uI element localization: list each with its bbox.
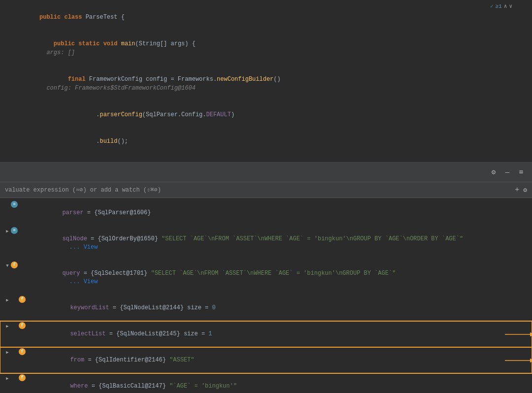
badge-icon: ✓ <box>490 3 494 9</box>
grid-icon[interactable]: ⊞ <box>516 167 526 177</box>
arrow-selectlist <box>505 329 532 339</box>
icon-where: f <box>19 374 26 381</box>
code-line-4: .parserConfig(SqlParser.Config.DEFAULT) <box>0 101 532 128</box>
toggle-sqlnode[interactable]: ▶ <box>4 227 11 236</box>
debug-panel: valuate expression (≈⊘) or add a watch (… <box>0 182 532 393</box>
code-content: public class ParseTest { public static v… <box>0 0 532 163</box>
toggle-query[interactable]: ▼ <box>4 261 11 270</box>
toggle-where[interactable]: ▶ <box>4 374 11 383</box>
code-line-3: final FrameworkConfig config = Framework… <box>0 66 532 101</box>
top-badge-area: ✓ ≥1 ∧ ∨ <box>490 3 512 9</box>
icon-selectlist: f <box>19 322 26 329</box>
icon-keywordlist: f <box>19 296 26 303</box>
tree-item-query[interactable]: ▼ f query = {SqlSelect@1701} "SELECT `AG… <box>0 261 532 295</box>
minus-icon[interactable]: — <box>502 167 512 177</box>
add-watch-icon[interactable]: + <box>515 186 519 194</box>
icon-parser: ≡ <box>11 201 18 208</box>
debug-toolbar: valuate expression (≈⊘) or add a watch (… <box>0 182 532 198</box>
toggle-from[interactable]: ▶ <box>4 348 11 357</box>
code-line-1: public class ParseTest { <box>0 4 532 31</box>
app-container: ✓ ≥1 ∧ ∨ public class ParseTest { public… <box>0 0 532 393</box>
settings-watch-icon[interactable]: ⚙ <box>523 186 527 194</box>
editor-toolbar: ⚙ — ⊞ <box>0 163 532 182</box>
toggle-selectlist[interactable]: ▶ <box>4 322 11 331</box>
arrow-from <box>505 356 532 365</box>
debug-panel-label: valuate expression (≈⊘) or add a watch (… <box>5 186 161 194</box>
chevron-down-icon[interactable]: ∨ <box>509 3 512 9</box>
toggle-parser[interactable] <box>4 200 11 210</box>
settings-icon[interactable]: ⚙ <box>489 167 499 177</box>
tree-item-parser[interactable]: ≡ parser = {SqlParser@1606} <box>0 200 532 226</box>
tree-item-sqlnode[interactable]: ▶ ≡ sqlNode = {SqlOrderBy@1650} "SELECT … <box>0 226 532 261</box>
debug-tree: ≡ parser = {SqlParser@1606} ▶ ≡ sqlNode … <box>0 198 532 393</box>
sqlnode-view-link[interactable]: ... View <box>69 244 98 251</box>
icon-from: f <box>19 348 26 355</box>
tree-item-keywordlist[interactable]: ▶ f keywordList = {SqlNodeList@2144} siz… <box>0 295 532 321</box>
toggle-keywordlist[interactable]: ▶ <box>4 295 11 305</box>
code-line-2: public static void main(String[] args) {… <box>0 31 532 66</box>
debug-toolbar-actions: + ⚙ <box>515 186 527 194</box>
badge-number: ≥1 <box>496 3 502 9</box>
tree-item-from[interactable]: ▶ f from = {SqlIdentifier@2146} "ASSET" <box>0 347 532 373</box>
code-editor: ✓ ≥1 ∧ ∨ public class ParseTest { public… <box>0 0 532 163</box>
code-line-5: .build(); <box>0 128 532 155</box>
tree-item-selectlist[interactable]: ▶ f selectList = {SqlNodeList@2145} size… <box>0 321 532 347</box>
chevron-up-icon[interactable]: ∧ <box>504 3 507 9</box>
icon-query: f <box>11 262 18 268</box>
query-view-link[interactable]: ... View <box>69 278 98 285</box>
code-line-6: String sql = " select age from ASSET whe… <box>0 155 532 163</box>
tree-item-where[interactable]: ▶ f where = {SqlBasicCall@2147} "`AGE` =… <box>0 373 532 393</box>
icon-sqlnode: ≡ <box>11 227 18 234</box>
